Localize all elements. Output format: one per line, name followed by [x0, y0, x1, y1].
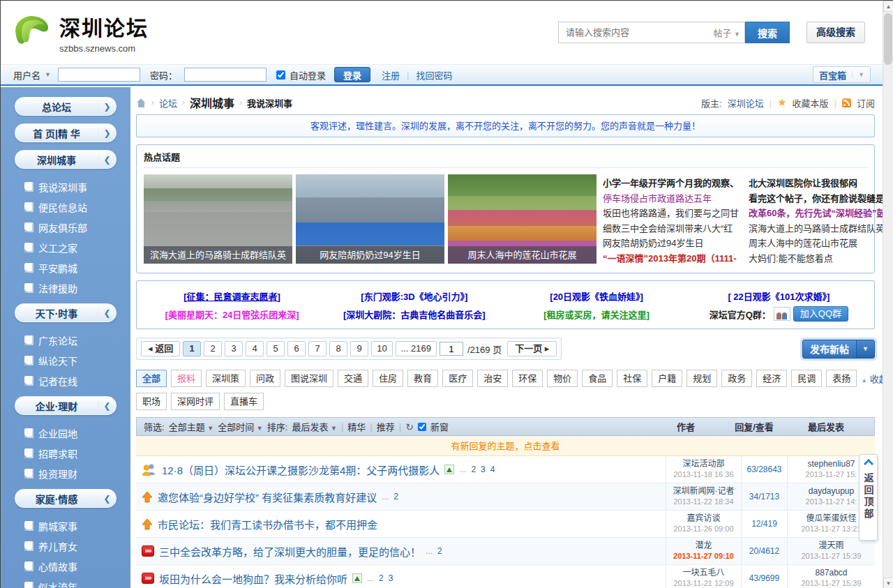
- lastpost-date-link[interactable]: 2013-11-27 15:39: [801, 551, 861, 561]
- hot-link[interactable]: 改革60条，先行先试“深圳经验”鼓: [749, 206, 883, 221]
- page-button[interactable]: 7: [308, 341, 327, 356]
- announcement-link[interactable]: [征集：民意调查志愿者]: [141, 289, 323, 303]
- sidebar-section-home-digest[interactable]: 首 页|精 华❯: [15, 123, 117, 142]
- tab-shenwangshiping[interactable]: 深网时评: [171, 393, 220, 410]
- search-input[interactable]: [566, 27, 713, 38]
- favorite-link[interactable]: 收藏本版: [793, 96, 829, 110]
- filter-topic-dropdown[interactable]: 全部主题 ▼: [169, 420, 214, 433]
- page-button[interactable]: 4: [246, 341, 264, 356]
- lastpost-date-link[interactable]: 2013-11-27 13:21: [801, 524, 861, 534]
- vertical-scrollbar[interactable]: ▲ ▼: [883, 1, 893, 588]
- sidebar-item-volunteer-home[interactable]: 义工之家: [1, 237, 130, 257]
- tab-shipin[interactable]: 食品: [582, 370, 613, 387]
- sidebar-section-world-news[interactable]: 天下·时事❮: [15, 303, 117, 322]
- filter-time-dropdown[interactable]: 全部时间 ▼: [218, 420, 263, 433]
- recommend-link[interactable]: 推荐: [377, 420, 395, 433]
- search-button[interactable]: 搜索: [745, 22, 790, 43]
- page-button-current[interactable]: 1: [183, 341, 201, 356]
- sidebar-item-guangdong-forum[interactable]: 广东论坛: [1, 330, 130, 350]
- hot-topic-caption[interactable]: 网友陪胡奶奶过94岁生日: [296, 246, 444, 264]
- lastpost-user-link[interactable]: stephenliu87: [807, 459, 855, 469]
- join-qq-group-button[interactable]: 加入QQ群: [793, 306, 848, 322]
- new-post-button[interactable]: 发布新帖 ▼: [802, 340, 875, 359]
- tab-huanbao[interactable]: 环保: [512, 370, 543, 387]
- sidebar-item-world-talk[interactable]: 纵论天下: [1, 350, 130, 370]
- sidebar-item-netizen-club[interactable]: 网友俱乐部: [1, 217, 130, 237]
- breadcrumb-forum[interactable]: 论坛: [159, 96, 177, 110]
- hot-link[interactable]: 小学一年级开学两个月我的观察、: [603, 176, 739, 191]
- sidebar-item-passing-years[interactable]: 似水流年: [1, 576, 130, 588]
- recover-password-link[interactable]: 找回密码: [416, 68, 452, 82]
- toolbox-button[interactable]: 百宝箱 ▼: [813, 66, 871, 83]
- scroll-down-arrow[interactable]: ▼: [883, 578, 893, 588]
- thread-page-link[interactable]: 2: [437, 546, 442, 556]
- sidebar-item-pengcheng-family[interactable]: 鹏城家事: [1, 515, 130, 536]
- scroll-up-arrow[interactable]: ▲: [883, 1, 893, 12]
- sidebar-item-convenience-info[interactable]: 便民信息站: [1, 197, 130, 217]
- hot-link[interactable]: 北大深圳医院你让我很郁闷: [749, 176, 883, 191]
- tab-jingji[interactable]: 经济: [756, 370, 787, 387]
- announcement-link[interactable]: [租房或买房，请关注这里]: [506, 308, 688, 321]
- next-page-button[interactable]: 下一页 ▸: [507, 341, 557, 356]
- digest-link[interactable]: 精华: [347, 420, 366, 433]
- tab-wujia[interactable]: 物价: [547, 370, 578, 387]
- site-logo[interactable]: 深圳论坛 szbbs.sznews.com: [10, 11, 149, 54]
- thread-author-link[interactable]: 深坛活动部: [682, 459, 724, 469]
- tab-shenzhence[interactable]: 深圳策: [206, 370, 246, 387]
- scrollbar-thumb[interactable]: [884, 13, 892, 65]
- tab-biaoyang[interactable]: 表扬: [826, 370, 857, 387]
- tab-zhufang[interactable]: 住房: [373, 370, 403, 387]
- hot-link[interactable]: 看完这个帖子，你还有脸说裂缝是: [749, 191, 883, 206]
- announcement-link[interactable]: [20日观影《铁血娇娃》]: [506, 289, 688, 303]
- hot-topic-image-road[interactable]: 滨海大道上的马路骑士成群结队英: [144, 174, 292, 264]
- hot-link[interactable]: 大妈们:能不能悠着点: [749, 251, 883, 266]
- tab-baoliao[interactable]: 报料: [171, 370, 202, 387]
- lastpost-date-link[interactable]: 2013-11-27 14:: [806, 497, 857, 507]
- thread-page-link[interactable]: 2: [471, 465, 476, 474]
- thread-author-link[interactable]: 嘉宾访谈: [686, 513, 720, 524]
- page-more-button[interactable]: ... 2169: [396, 341, 437, 356]
- new-window-checkbox[interactable]: [418, 423, 426, 431]
- search-scope-dropdown[interactable]: 帖子 ▼: [713, 26, 740, 39]
- hot-topic-image-flower-show[interactable]: 周末人海中的莲花山市花展: [448, 174, 596, 264]
- new-reply-notice[interactable]: 有新回复的主题，点击查看: [136, 436, 875, 456]
- sidebar-item-legal-aid[interactable]: 法律援助: [1, 278, 130, 298]
- auto-login-checkbox[interactable]: [276, 70, 285, 80]
- page-button[interactable]: 9: [350, 341, 368, 356]
- sidebar-item-reporter-online[interactable]: 记者在线: [1, 370, 130, 391]
- hot-link[interactable]: 细数三中全会给深圳带来八大“红: [603, 221, 739, 236]
- sidebar-section-family-emotion[interactable]: 家庭·情感❮: [15, 489, 117, 508]
- login-button[interactable]: 登录: [334, 67, 370, 82]
- thread-page-link[interactable]: 2: [393, 492, 398, 502]
- sort-dropdown[interactable]: 最后发表 ▼: [292, 420, 337, 433]
- thread-page-link[interactable]: 3: [481, 465, 486, 474]
- thread-title-link[interactable]: 市民论坛：我们青工读书办借书卡，都不用押金: [158, 517, 377, 532]
- thread-title-link[interactable]: 12·8（周日）深坛公开课之摄影沙龙第4期：父子两代摄影人: [162, 462, 440, 477]
- tab-guihua[interactable]: 规划: [686, 370, 717, 387]
- hot-link[interactable]: 网友陪胡奶奶过94岁生日: [603, 236, 739, 251]
- advanced-search-button[interactable]: 高级搜索: [806, 22, 865, 43]
- sidebar-item-safe-pengcheng[interactable]: 平安鹏城: [1, 257, 130, 278]
- back-to-top-button[interactable]: 返回顶部: [859, 454, 878, 541]
- tab-zhichang[interactable]: 职场: [136, 393, 167, 410]
- sidebar-item-mood-stories[interactable]: 心情故事: [1, 556, 130, 576]
- hot-topic-image-birthday[interactable]: 网友陪胡奶奶过94岁生日: [296, 174, 444, 264]
- thread-page-link[interactable]: 2: [379, 573, 384, 583]
- thread-author-link[interactable]: 潜龙: [695, 541, 712, 551]
- lastpost-user-link[interactable]: daydayupup: [809, 486, 854, 497]
- hot-link[interactable]: “一语深情”2013年第20期（1111-: [603, 251, 739, 266]
- moderator-link[interactable]: 深圳论坛: [728, 96, 764, 110]
- tab-mindiao[interactable]: 民调: [791, 370, 822, 387]
- sidebar-item-investment[interactable]: 投资理财: [1, 463, 130, 483]
- username-field[interactable]: [58, 68, 140, 82]
- sidebar-item-my-shenzhen[interactable]: 我说深圳事: [1, 176, 130, 197]
- page-button[interactable]: 6: [287, 341, 306, 356]
- sidebar-item-jobs[interactable]: 招聘求职: [1, 443, 130, 463]
- tab-wenzheng[interactable]: 问政: [250, 370, 280, 387]
- announcement-link[interactable]: [美丽星期天：24日管弦乐团来深]: [141, 308, 323, 321]
- tab-zhian[interactable]: 治安: [477, 370, 508, 387]
- page-button[interactable]: 5: [267, 341, 285, 356]
- back-button[interactable]: ◂ 返回: [141, 341, 180, 356]
- thread-author-link[interactable]: 深圳新闻网·记者: [673, 486, 735, 497]
- tab-jiaoyu[interactable]: 教育: [407, 370, 438, 387]
